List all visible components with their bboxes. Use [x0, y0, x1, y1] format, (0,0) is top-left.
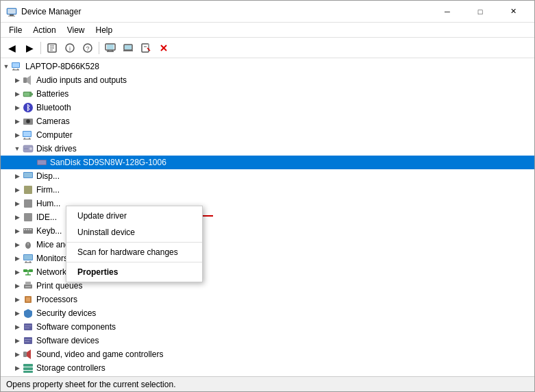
item-icon	[23, 349, 34, 360]
expand-icon: ▶	[12, 239, 23, 250]
close-button[interactable]: ✕	[497, 1, 529, 23]
svg-rect-75	[25, 286, 31, 287]
svg-rect-74	[25, 282, 31, 285]
svg-rect-77	[26, 297, 30, 302]
menu-bar: File Action View Help	[1, 23, 534, 38]
svg-rect-2	[8, 16, 15, 16]
list-item[interactable]: ▶ Computer	[1, 128, 534, 142]
list-item[interactable]: ▶ Storage controllers	[1, 361, 534, 375]
root-expand-icon: ▼	[1, 61, 12, 72]
svg-rect-87	[23, 367, 33, 370]
context-scan-hardware[interactable]: Scan for hardware changes	[66, 244, 202, 260]
toolbar-remove[interactable]	[155, 40, 172, 56]
svg-marker-85	[27, 350, 31, 359]
item-icon: ᛒ	[23, 102, 34, 113]
toolbar-computer[interactable]	[102, 40, 119, 56]
context-properties[interactable]: Properties	[66, 264, 202, 280]
status-text: Opens property sheet for the current sel…	[6, 380, 175, 389]
maximize-button[interactable]: □	[464, 1, 496, 23]
svg-rect-54	[24, 199, 32, 208]
menu-view[interactable]: View	[62, 24, 90, 36]
svg-rect-79	[25, 326, 32, 326]
svg-text:?: ?	[86, 45, 89, 52]
menu-help[interactable]: Help	[90, 24, 119, 36]
item-icon	[23, 184, 34, 195]
item-label: Batteries	[36, 89, 69, 99]
item-label: Software devices	[36, 336, 99, 345]
list-item[interactable]: ▶ Disp...	[1, 169, 534, 183]
item-label: Software components	[36, 322, 116, 332]
item-icon	[23, 253, 34, 264]
svg-rect-55	[24, 213, 32, 221]
item-label: Storage controllers	[36, 363, 105, 373]
list-item[interactable]: ▶ Sound, video and game controllers	[1, 347, 534, 361]
list-item[interactable]: ▶ Software components	[1, 320, 534, 334]
menu-file[interactable]: File	[3, 24, 27, 36]
item-icon	[23, 308, 34, 319]
list-item[interactable]: ▼ Disk drives	[1, 142, 534, 156]
context-update-driver[interactable]: Update driver	[66, 208, 202, 224]
toolbar-properties[interactable]	[44, 40, 60, 56]
item-label: IDE...	[36, 212, 57, 222]
toolbar-sep-1	[40, 42, 41, 54]
window-controls: ─ □ ✕	[432, 1, 529, 23]
svg-rect-60	[30, 229, 32, 230]
svg-rect-57	[24, 229, 25, 230]
toolbar-help[interactable]: ?	[79, 40, 96, 56]
expand-icon: ▼	[12, 143, 23, 154]
item-icon	[23, 198, 34, 209]
expand-icon: ▶	[12, 267, 23, 278]
list-item[interactable]: ▶ ᛒ Bluetooth	[1, 101, 534, 114]
svg-rect-13	[107, 45, 114, 49]
toolbar-scan[interactable]	[138, 40, 154, 56]
list-item[interactable]: ▶ Firm...	[1, 183, 534, 197]
item-label: Print queues	[36, 281, 82, 291]
svg-rect-68	[23, 269, 27, 272]
sandisk-item[interactable]: SanDisk SD9SN8W-128G-1006	[1, 156, 534, 169]
list-item[interactable]: ▶ Processors	[1, 293, 534, 306]
list-item[interactable]: ▶ Cameras	[1, 114, 534, 128]
expand-icon	[25, 157, 36, 168]
svg-marker-32	[27, 75, 31, 85]
toolbar-back[interactable]: ◀	[3, 40, 20, 56]
item-icon	[23, 239, 34, 250]
expand-icon: ▶	[12, 184, 23, 195]
svg-rect-81	[24, 337, 32, 344]
minimize-button[interactable]: ─	[432, 1, 463, 23]
item-label: Firm...	[36, 185, 60, 195]
item-icon	[23, 294, 34, 305]
list-item[interactable]: ▶ System devices	[1, 375, 534, 376]
svg-rect-86	[23, 364, 33, 367]
svg-rect-18	[125, 45, 132, 49]
expand-icon: ▶	[12, 75, 23, 86]
context-menu: Update driver Uninstall device Scan for …	[66, 206, 203, 282]
toolbar-forward[interactable]: ▶	[21, 40, 38, 56]
item-icon	[23, 267, 34, 278]
sandisk-label: SanDisk SD9SN8W-128G-1006	[50, 158, 166, 167]
list-item[interactable]: ▶ Batteries	[1, 87, 534, 101]
context-uninstall-device[interactable]: Uninstall device	[66, 224, 202, 241]
expand-icon: ▶	[12, 171, 23, 182]
item-icon	[23, 335, 34, 346]
toolbar-laptop[interactable]	[120, 40, 136, 56]
list-item[interactable]: ▶ Software devices	[1, 334, 534, 347]
window-title: Device Manager	[21, 7, 432, 16]
menu-action[interactable]: Action	[27, 24, 61, 36]
toolbar-update[interactable]: i	[62, 40, 78, 56]
tree-root[interactable]: ▼ LAPTOP-8D66K528	[1, 60, 534, 73]
item-label: Audio inputs and outputs	[36, 75, 127, 85]
expand-icon: ▶	[12, 212, 23, 223]
list-item[interactable]: ▶ Security devices	[1, 306, 534, 320]
svg-rect-59	[28, 229, 29, 230]
context-menu-separator-2	[66, 262, 202, 262]
toolbar-sep-2	[99, 42, 99, 54]
svg-rect-82	[25, 339, 32, 340]
expand-icon: ▶	[12, 321, 23, 332]
item-label: Security devices	[36, 308, 96, 318]
list-item[interactable]: ▶ Audio inputs and outputs	[1, 73, 534, 87]
item-label: Hum...	[36, 199, 60, 208]
expand-icon: ▶	[12, 225, 23, 236]
item-label: Sound, video and game controllers	[36, 350, 163, 359]
svg-rect-52	[24, 173, 32, 177]
main-area: ▼ LAPTOP-8D66K528 ▶ Audio inputs and out…	[1, 58, 534, 376]
